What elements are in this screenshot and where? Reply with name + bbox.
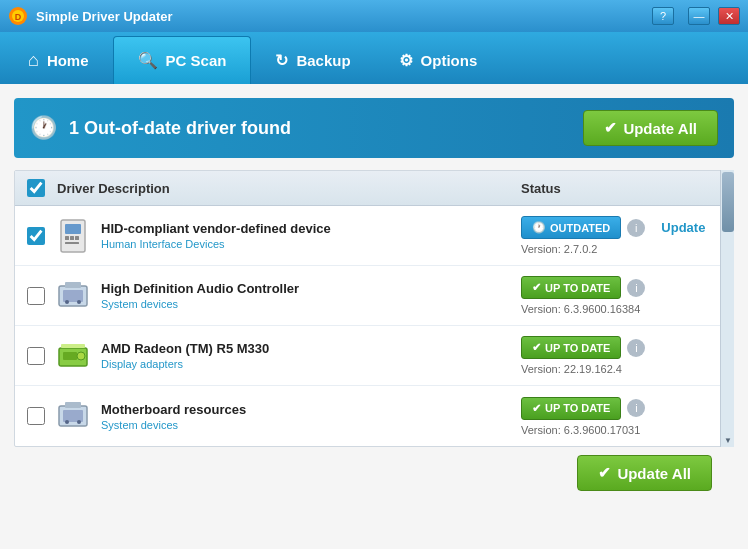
svg-rect-10	[63, 290, 83, 302]
close-button[interactable]: ✕	[718, 7, 740, 25]
uptodate-check-icon: ✔	[532, 281, 541, 294]
row-4-status-row: ✔ UP TO DATE i	[521, 397, 721, 420]
update-all-label-top: Update All	[623, 120, 697, 137]
row-4-icon	[55, 398, 91, 434]
svg-rect-5	[65, 236, 69, 240]
row-1-checkbox[interactable]	[27, 227, 45, 245]
row-2-info-icon[interactable]: i	[627, 279, 645, 297]
row-3-version: Version: 22.19.162.4	[521, 363, 721, 375]
update-all-button-bottom[interactable]: ✔ Update All	[577, 455, 712, 491]
row-1-status-text: OUTDATED	[550, 222, 610, 234]
row-1-status-badge: 🕐 OUTDATED	[521, 216, 621, 239]
outdated-clock-icon: 🕐	[532, 221, 546, 234]
row-4-status-text: UP TO DATE	[545, 402, 610, 414]
backup-icon: ↻	[275, 51, 288, 70]
svg-rect-19	[63, 410, 83, 422]
uptodate-check-icon-3: ✔	[532, 402, 541, 415]
row-4-status-area: ✔ UP TO DATE i Version: 6.3.9600.17031	[521, 397, 721, 436]
nav-home[interactable]: ⌂ Home	[4, 36, 113, 84]
row-2-version: Version: 6.3.9600.16384	[521, 303, 721, 315]
row-1-icon	[55, 218, 91, 254]
table-row: High Definition Audio Controller System …	[15, 266, 733, 326]
svg-point-20	[65, 420, 69, 424]
update-all-check-icon: ✔	[604, 119, 617, 137]
row-4-info: Motherboard resources System devices	[101, 402, 521, 431]
help-button[interactable]: ?	[652, 7, 674, 25]
row-1-name: HID-compliant vendor-defined device	[101, 221, 521, 236]
nav-backup[interactable]: ↻ Backup	[251, 36, 374, 84]
content-area: 🕐 1 Out-of-date driver found ✔ Update Al…	[0, 84, 748, 549]
row-2-icon	[55, 278, 91, 314]
row-3-status-area: ✔ UP TO DATE i Version: 22.19.162.4	[521, 336, 721, 375]
uptodate-check-icon-2: ✔	[532, 341, 541, 354]
scroll-down-arrow[interactable]: ▼	[721, 433, 735, 447]
row-1-version: Version: 2.7.0.2	[521, 243, 721, 255]
row-3-info-icon[interactable]: i	[627, 339, 645, 357]
row-3-status-row: ✔ UP TO DATE i	[521, 336, 721, 359]
driver-table-wrapper: Driver Description Status	[14, 170, 734, 447]
minimize-button[interactable]: —	[688, 7, 710, 25]
svg-rect-4	[65, 224, 81, 234]
row-4-info-icon[interactable]: i	[627, 399, 645, 417]
table-row: HID-compliant vendor-defined device Huma…	[15, 206, 733, 266]
row-3-icon	[55, 338, 91, 374]
row-2-status-badge: ✔ UP TO DATE	[521, 276, 621, 299]
options-icon: ⚙	[399, 51, 413, 70]
table-row: AMD Radeon (TM) R5 M330 Display adapters…	[15, 326, 733, 386]
scroll-thumb[interactable]	[722, 172, 734, 232]
scrollbar[interactable]: ▼	[720, 170, 734, 447]
svg-rect-7	[75, 236, 79, 240]
table-row: Motherboard resources System devices ✔ U…	[15, 386, 733, 446]
row-2-checkbox[interactable]	[27, 287, 45, 305]
nav-bar: ⌂ Home 🔍 PC Scan ↻ Backup ⚙ Options	[0, 32, 748, 84]
row-4-category: System devices	[101, 419, 521, 431]
row-2-status-row: ✔ UP TO DATE i	[521, 276, 721, 299]
app-icon: D	[8, 6, 28, 26]
svg-point-12	[77, 300, 81, 304]
row-1-category: Human Interface Devices	[101, 238, 521, 250]
row-1-info: HID-compliant vendor-defined device Huma…	[101, 221, 521, 250]
row-2-info: High Definition Audio Controller System …	[101, 281, 521, 310]
svg-rect-22	[65, 402, 81, 408]
svg-point-21	[77, 420, 81, 424]
update-all-check-icon-bottom: ✔	[598, 464, 611, 482]
row-2-name: High Definition Audio Controller	[101, 281, 521, 296]
update-all-button-top[interactable]: ✔ Update All	[583, 110, 718, 146]
home-icon: ⌂	[28, 50, 39, 71]
svg-rect-13	[65, 282, 81, 288]
update-all-label-bottom: Update All	[617, 465, 691, 482]
banner-icon: 🕐	[30, 115, 57, 141]
banner: 🕐 1 Out-of-date driver found ✔ Update Al…	[14, 98, 734, 158]
row-1-status-area: 🕐 OUTDATED i Update Version: 2.7.0.2	[521, 216, 721, 255]
svg-rect-6	[70, 236, 74, 240]
status-col-header: Status	[521, 181, 721, 196]
row-3-checkbox[interactable]	[27, 347, 45, 365]
driver-table: Driver Description Status	[14, 170, 734, 447]
row-4-status-badge: ✔ UP TO DATE	[521, 397, 621, 420]
row-1-status-row: 🕐 OUTDATED i Update	[521, 216, 721, 239]
row-1-info-icon[interactable]: i	[627, 219, 645, 237]
nav-options[interactable]: ⚙ Options	[375, 36, 502, 84]
title-bar: D Simple Driver Updater ? — ✕	[0, 0, 748, 32]
svg-rect-8	[65, 242, 79, 244]
app-title: Simple Driver Updater	[36, 9, 644, 24]
scan-icon: 🔍	[138, 51, 158, 70]
svg-point-11	[65, 300, 69, 304]
row-2-status-text: UP TO DATE	[545, 282, 610, 294]
row-1-update-link[interactable]: Update	[661, 220, 705, 235]
row-4-checkbox[interactable]	[27, 407, 45, 425]
bottom-bar: ✔ Update All	[14, 447, 734, 491]
row-3-category: Display adapters	[101, 358, 521, 370]
row-3-info: AMD Radeon (TM) R5 M330 Display adapters	[101, 341, 521, 370]
svg-rect-17	[61, 344, 85, 348]
select-all-checkbox[interactable]	[27, 179, 45, 197]
row-2-status-area: ✔ UP TO DATE i Version: 6.3.9600.16384	[521, 276, 721, 315]
row-3-status-badge: ✔ UP TO DATE	[521, 336, 621, 359]
nav-pc-scan[interactable]: 🔍 PC Scan	[113, 36, 252, 84]
row-2-category: System devices	[101, 298, 521, 310]
svg-point-16	[77, 352, 85, 360]
row-4-version: Version: 6.3.9600.17031	[521, 424, 721, 436]
table-header: Driver Description Status	[15, 171, 733, 206]
row-3-name: AMD Radeon (TM) R5 M330	[101, 341, 521, 356]
nav-backup-label: Backup	[296, 52, 350, 69]
